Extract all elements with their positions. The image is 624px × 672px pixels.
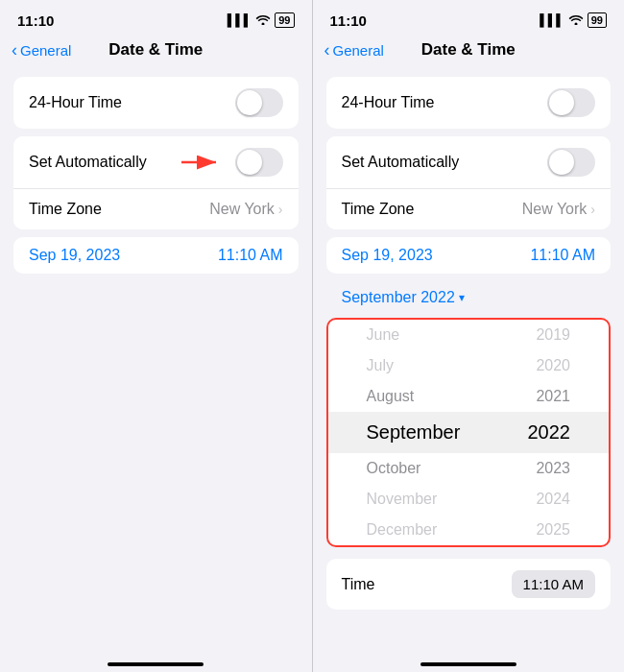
- battery-icon-left: 99: [275, 13, 294, 27]
- time-link-left[interactable]: 11:10 AM: [218, 247, 283, 264]
- picker-year-2021: 2021: [536, 388, 570, 405]
- label-timezone-left: Time Zone: [29, 201, 102, 218]
- date-time-row-right: Sep 19, 2023 11:10 AM: [326, 237, 612, 274]
- status-time-right: 11:10: [330, 12, 367, 29]
- picker-month-june: June: [367, 326, 400, 344]
- picker-month-september: September: [367, 421, 461, 444]
- toggle-24hour-right[interactable]: [547, 88, 595, 117]
- toggle-knob-24hour-right: [549, 90, 574, 115]
- section-24hour-left: 24-Hour Time: [13, 77, 299, 129]
- set-auto-right-left: [180, 148, 283, 177]
- nav-header-right: ‹ General Date & Time: [313, 35, 625, 69]
- page-title-left: Date & Time: [108, 40, 203, 60]
- status-icons-left: ▌▌▌ 99: [228, 13, 295, 28]
- status-icons-right: ▌▌▌ 99: [540, 13, 607, 28]
- picker-month-november: November: [367, 491, 438, 508]
- picker-row-june: June 2019: [328, 320, 610, 350]
- back-chevron-left: ‹: [12, 40, 17, 60]
- toggle-24hour-left[interactable]: [235, 88, 283, 117]
- section-datetime-left: Sep 19, 2023 11:10 AM: [13, 237, 299, 274]
- value-timezone-left: New York ›: [209, 201, 282, 218]
- picker-row-july: July 2020: [328, 350, 610, 381]
- home-bar-right: [420, 662, 516, 666]
- picker-row-september[interactable]: September 2022: [328, 412, 610, 453]
- label-time-right: Time: [342, 576, 375, 593]
- back-label-right: General: [333, 42, 384, 59]
- row-set-auto-right: Set Automatically: [326, 136, 612, 189]
- wifi-icon-left: [255, 13, 271, 28]
- left-phone-panel: 11:10 ▌▌▌ 99 ‹ General Date & Time: [0, 0, 312, 672]
- picker-year-2025: 2025: [536, 521, 570, 539]
- label-timezone-right: Time Zone: [342, 201, 415, 218]
- row-timezone-right[interactable]: Time Zone New York ›: [326, 189, 612, 229]
- home-indicator-right: [313, 643, 625, 672]
- time-display-value[interactable]: 11:10 AM: [512, 570, 595, 598]
- picker-row-october: October 2023: [328, 453, 610, 484]
- date-link-right[interactable]: Sep 19, 2023: [342, 247, 433, 264]
- home-indicator-left: [0, 643, 312, 672]
- time-display-row: Time 11:10 AM: [326, 559, 612, 610]
- picker-month-august: August: [367, 388, 415, 405]
- picker-row-august: August 2021: [328, 381, 610, 412]
- timezone-chevron-right: ›: [590, 202, 595, 217]
- signal-icon-right: ▌▌▌: [540, 13, 564, 27]
- wifi-icon-right: [568, 13, 584, 28]
- toggle-set-auto-right[interactable]: [547, 148, 595, 177]
- settings-content-right: 24-Hour Time Set Automatically Time Zone…: [313, 69, 625, 643]
- right-phone-panel: 11:10 ▌▌▌ 99 ‹ General Date & Time: [313, 0, 625, 672]
- picker-year-2024: 2024: [536, 491, 570, 508]
- picker-month-december: December: [367, 521, 438, 539]
- section-datetime-right: Sep 19, 2023 11:10 AM: [326, 237, 612, 274]
- date-link-left[interactable]: Sep 19, 2023: [29, 247, 120, 264]
- status-bar-right: 11:10 ▌▌▌ 99: [313, 0, 625, 35]
- back-button-left[interactable]: ‹ General: [12, 40, 71, 60]
- section-auto-right: Set Automatically Time Zone New York ›: [326, 136, 612, 229]
- label-24hour-left: 24-Hour Time: [29, 94, 122, 111]
- toggle-knob-set-auto-left: [237, 150, 262, 175]
- picker-rows-container: June 2019 July 2020 August 2021 Septembe…: [328, 320, 610, 545]
- toggle-set-auto-left[interactable]: [235, 148, 283, 177]
- section-auto-left: Set Automatically: [13, 136, 299, 229]
- settings-content-left: 24-Hour Time Set Automatically: [0, 69, 312, 643]
- signal-icon-left: ▌▌▌: [228, 13, 252, 27]
- back-button-right[interactable]: ‹ General: [324, 40, 384, 60]
- section-24hour-right: 24-Hour Time: [326, 77, 612, 129]
- picker-month-july: July: [367, 357, 394, 374]
- page-title-right: Date & Time: [421, 40, 516, 60]
- red-arrow-icon: [180, 151, 228, 174]
- label-set-auto-right: Set Automatically: [342, 154, 460, 171]
- month-picker-label[interactable]: September 2022 ▾: [342, 289, 596, 306]
- home-bar-left: [108, 662, 204, 666]
- section-time-right: Time 11:10 AM: [326, 559, 612, 610]
- timezone-chevron-left: ›: [278, 202, 283, 217]
- picker-year-2020: 2020: [536, 357, 570, 374]
- date-picker-wheel[interactable]: June 2019 July 2020 August 2021 Septembe…: [326, 318, 612, 547]
- month-picker-chevron-icon: ▾: [459, 291, 465, 304]
- battery-icon-right: 99: [588, 13, 607, 27]
- label-24hour-right: 24-Hour Time: [342, 94, 435, 111]
- picker-month-october: October: [367, 460, 421, 477]
- row-set-auto-left: Set Automatically: [13, 136, 299, 189]
- picker-year-2023: 2023: [536, 460, 570, 477]
- row-24hour-left: 24-Hour Time: [13, 77, 299, 129]
- value-timezone-right: New York ›: [522, 201, 595, 218]
- timezone-text-left: New York: [209, 201, 275, 218]
- picker-row-december: December 2025: [328, 515, 610, 545]
- label-set-auto-left: Set Automatically: [29, 154, 147, 171]
- timezone-text-right: New York: [522, 201, 588, 218]
- back-label-left: General: [20, 42, 71, 59]
- back-chevron-right: ‹: [324, 40, 330, 60]
- time-link-right[interactable]: 11:10 AM: [530, 247, 595, 264]
- status-time-left: 11:10: [17, 12, 54, 29]
- row-24hour-right: 24-Hour Time: [326, 77, 612, 129]
- nav-header-left: ‹ General Date & Time: [0, 35, 312, 69]
- status-bar-left: 11:10 ▌▌▌ 99: [0, 0, 312, 35]
- toggle-knob-24hour-left: [237, 90, 262, 115]
- picker-row-november: November 2024: [328, 484, 610, 515]
- picker-year-2022: 2022: [528, 421, 571, 444]
- toggle-knob-set-auto-right: [549, 150, 574, 175]
- row-timezone-left[interactable]: Time Zone New York ›: [13, 189, 299, 229]
- month-picker-header: September 2022 ▾: [326, 281, 612, 314]
- date-time-row-left: Sep 19, 2023 11:10 AM: [13, 237, 299, 274]
- picker-year-2019: 2019: [536, 326, 570, 344]
